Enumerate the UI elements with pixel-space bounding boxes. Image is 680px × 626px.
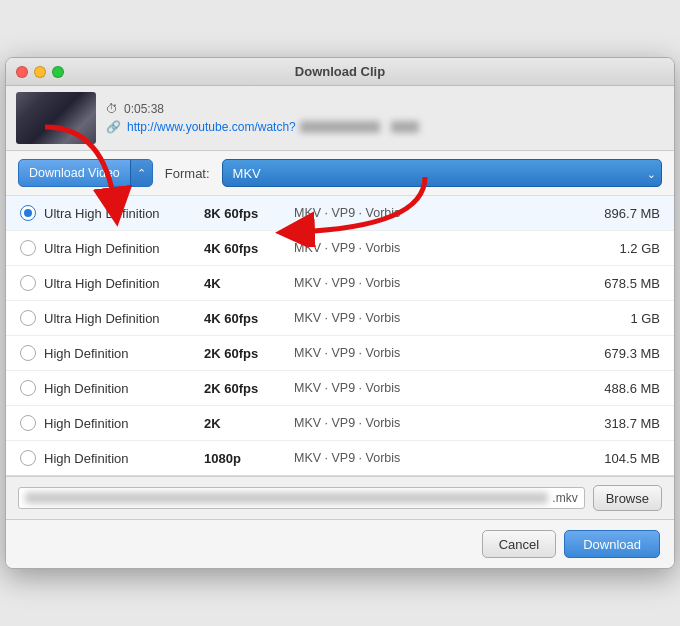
file-path-bar: .mkv (18, 487, 585, 509)
quality-name-uhd-8k60: Ultra High Definition (44, 206, 204, 221)
cancel-button[interactable]: Cancel (482, 530, 556, 558)
quality-item-hd-2k[interactable]: High Definition2KMKV · VP9 · Vorbis318.7… (6, 406, 674, 441)
radio-hd-2k60b[interactable] (20, 380, 36, 396)
link-icon: 🔗 (106, 120, 121, 134)
close-button[interactable] (16, 66, 28, 78)
quality-resolution-uhd-4k60b: 4K 60fps (204, 311, 294, 326)
quality-item-uhd-4k60[interactable]: Ultra High Definition4K 60fpsMKV · VP9 ·… (6, 231, 674, 266)
quality-resolution-uhd-4k: 4K (204, 276, 294, 291)
quality-item-uhd-8k60[interactable]: Ultra High Definition8K 60fpsMKV · VP9 ·… (6, 196, 674, 231)
quality-size-hd-2k60a: 679.3 MB (580, 346, 660, 361)
main-window: Download Clip ⏱ 0:05:38 🔗 http://www.you… (5, 57, 675, 569)
quality-name-uhd-4k: Ultra High Definition (44, 276, 204, 291)
quality-resolution-hd-2k60b: 2K 60fps (204, 381, 294, 396)
quality-resolution-uhd-8k60: 8K 60fps (204, 206, 294, 221)
quality-codec-uhd-8k60: MKV · VP9 · Vorbis (294, 206, 580, 220)
radio-hd-2k[interactable] (20, 415, 36, 431)
quality-resolution-hd-1080p: 1080p (204, 451, 294, 466)
controls-row: Download Video ⌃ Format: MKV MP4 MOV AVI (6, 151, 674, 196)
url-text: http://www.youtube.com/watch? (127, 120, 296, 134)
radio-uhd-4k60b[interactable] (20, 310, 36, 326)
quality-codec-hd-2k: MKV · VP9 · Vorbis (294, 416, 580, 430)
minimize-button[interactable] (34, 66, 46, 78)
quality-resolution-uhd-4k60: 4K 60fps (204, 241, 294, 256)
traffic-lights (16, 66, 64, 78)
duration-row: ⏱ 0:05:38 (106, 102, 419, 116)
radio-uhd-4k[interactable] (20, 275, 36, 291)
maximize-button[interactable] (52, 66, 64, 78)
radio-hd-1080p[interactable] (20, 450, 36, 466)
quality-size-hd-2k: 318.7 MB (580, 416, 660, 431)
quality-codec-hd-2k60b: MKV · VP9 · Vorbis (294, 381, 580, 395)
quality-codec-uhd-4k: MKV · VP9 · Vorbis (294, 276, 580, 290)
window-title: Download Clip (295, 64, 385, 79)
quality-name-uhd-4k60b: Ultra High Definition (44, 311, 204, 326)
quality-name-hd-2k60b: High Definition (44, 381, 204, 396)
quality-size-uhd-4k60b: 1 GB (580, 311, 660, 326)
download-button[interactable]: Download (564, 530, 660, 558)
quality-item-uhd-4k60b[interactable]: Ultra High Definition4K 60fpsMKV · VP9 ·… (6, 301, 674, 336)
format-label: Format: (165, 166, 210, 181)
quality-codec-hd-1080p: MKV · VP9 · Vorbis (294, 451, 580, 465)
file-extension: .mkv (552, 491, 577, 505)
radio-hd-2k60a[interactable] (20, 345, 36, 361)
quality-codec-uhd-4k60b: MKV · VP9 · Vorbis (294, 311, 580, 325)
format-select[interactable]: MKV MP4 MOV AVI (222, 159, 662, 187)
toolbar: ⏱ 0:05:38 🔗 http://www.youtube.com/watch… (6, 86, 674, 151)
meta-info: ⏱ 0:05:38 🔗 http://www.youtube.com/watch… (106, 102, 419, 134)
quality-item-hd-1080p[interactable]: High Definition1080pMKV · VP9 · Vorbis10… (6, 441, 674, 475)
quality-size-uhd-4k60: 1.2 GB (580, 241, 660, 256)
radio-uhd-8k60[interactable] (20, 205, 36, 221)
browse-button[interactable]: Browse (593, 485, 662, 511)
quality-codec-hd-2k60a: MKV · VP9 · Vorbis (294, 346, 580, 360)
url-blur-2 (391, 121, 419, 133)
radio-uhd-4k60[interactable] (20, 240, 36, 256)
quality-list: Ultra High Definition8K 60fpsMKV · VP9 ·… (6, 196, 674, 476)
title-bar: Download Clip (6, 58, 674, 86)
quality-item-hd-2k60a[interactable]: High Definition2K 60fpsMKV · VP9 · Vorbi… (6, 336, 674, 371)
quality-resolution-hd-2k: 2K (204, 416, 294, 431)
quality-size-uhd-8k60: 896.7 MB (580, 206, 660, 221)
duration-text: 0:05:38 (124, 102, 164, 116)
file-row: .mkv Browse (6, 476, 674, 520)
download-type-arrow[interactable]: ⌃ (130, 160, 152, 186)
file-path-blur (25, 492, 548, 504)
url-link[interactable]: http://www.youtube.com/watch? (127, 120, 419, 134)
format-wrapper: MKV MP4 MOV AVI (222, 159, 662, 187)
video-thumbnail (16, 92, 96, 144)
quality-codec-uhd-4k60: MKV · VP9 · Vorbis (294, 241, 580, 255)
url-blur-1 (300, 121, 380, 133)
quality-name-hd-2k: High Definition (44, 416, 204, 431)
action-row: Cancel Download (6, 520, 674, 568)
quality-name-hd-1080p: High Definition (44, 451, 204, 466)
quality-item-hd-2k60b[interactable]: High Definition2K 60fpsMKV · VP9 · Vorbi… (6, 371, 674, 406)
url-row: 🔗 http://www.youtube.com/watch? (106, 120, 419, 134)
download-type-selector[interactable]: Download Video ⌃ (18, 159, 153, 187)
quality-name-uhd-4k60: Ultra High Definition (44, 241, 204, 256)
quality-size-uhd-4k: 678.5 MB (580, 276, 660, 291)
quality-size-hd-1080p: 104.5 MB (580, 451, 660, 466)
quality-size-hd-2k60b: 488.6 MB (580, 381, 660, 396)
clock-icon: ⏱ (106, 102, 118, 116)
quality-item-uhd-4k[interactable]: Ultra High Definition4KMKV · VP9 · Vorbi… (6, 266, 674, 301)
download-type-label: Download Video (19, 166, 130, 180)
quality-resolution-hd-2k60a: 2K 60fps (204, 346, 294, 361)
quality-name-hd-2k60a: High Definition (44, 346, 204, 361)
